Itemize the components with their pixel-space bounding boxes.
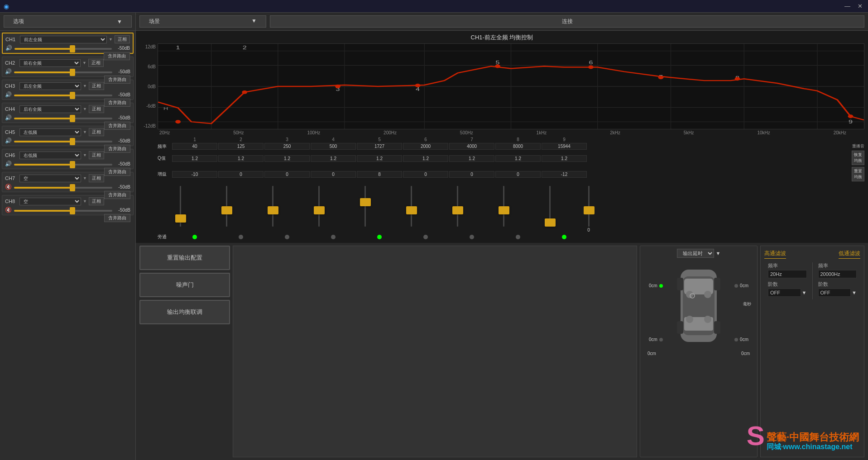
channel-item-ch1[interactable]: CH1 前左全频 ▼ 正相 🔊 -50dB 含并路由 (2, 33, 134, 54)
options-button[interactable]: 选项 ▼ (4, 15, 132, 28)
fader-thumb-5[interactable] (406, 206, 417, 214)
ch-volume-slider[interactable] (14, 118, 112, 119)
fader-thumb-0[interactable] (175, 214, 186, 223)
phase-button[interactable]: 正相 (89, 174, 104, 182)
ch-volume-slider[interactable] (14, 210, 112, 212)
ch-source-select[interactable]: 空 (19, 175, 81, 182)
fader-thumb-2[interactable] (268, 206, 278, 214)
route-button[interactable]: 含并路由 (104, 145, 130, 153)
ch-source-select[interactable]: 前左全频 (20, 36, 107, 43)
speaker-icon[interactable]: 🔇 (5, 184, 12, 190)
route-button[interactable]: 含并路由 (104, 52, 130, 60)
q-row-cell-3[interactable]: 1.2 (311, 155, 356, 162)
bypass-dot-8[interactable] (542, 235, 587, 239)
bypass-dot-6[interactable] (449, 235, 494, 239)
phase-button[interactable]: 正相 (89, 82, 104, 90)
close-button[interactable]: ✕ (856, 3, 864, 9)
q-row-cell-0[interactable]: 1.2 (172, 155, 217, 162)
freq-row-cell-6[interactable]: 4000 (449, 143, 494, 150)
bypass-dot-2[interactable] (264, 235, 310, 239)
freq-row-cell-1[interactable]: 125 (218, 143, 264, 150)
freq-row-cell-8[interactable]: 15944 (542, 143, 587, 150)
route-button[interactable]: 含并路由 (104, 214, 130, 222)
q-row-cell-7[interactable]: 1.2 (495, 155, 541, 162)
gain-row-cell-2[interactable]: 0 (264, 171, 310, 178)
phase-button[interactable]: 正相 (88, 59, 104, 67)
highpass-order-input[interactable] (768, 289, 801, 297)
ch-source-select[interactable]: 后左全频 (19, 82, 81, 90)
restore-eq-button[interactable]: 恢复 均衡 (852, 151, 864, 165)
reset-eq-button[interactable]: 重置 均衡 (852, 167, 864, 181)
q-row-cell-2[interactable]: 1.2 (264, 155, 310, 162)
noise-gate-button[interactable]: 噪声门 (139, 273, 230, 297)
ch-volume-slider[interactable] (14, 141, 112, 142)
phase-button[interactable]: 正相 (89, 128, 104, 136)
bypass-dot-5[interactable] (403, 235, 448, 239)
ch-volume-slider[interactable] (14, 48, 112, 50)
ch-volume-slider[interactable] (14, 95, 112, 96)
speaker-icon[interactable]: 🔊 (5, 68, 12, 75)
gain-row-cell-8[interactable]: -12 (542, 171, 587, 178)
gain-row-cell-6[interactable]: 0 (449, 171, 494, 178)
fader-thumb-1[interactable] (221, 206, 232, 214)
route-button[interactable]: 含并路由 (104, 168, 130, 176)
bypass-dot-7[interactable] (495, 235, 541, 239)
fader-thumb-8[interactable] (545, 218, 556, 227)
ch-source-select[interactable]: 后右全频 (19, 105, 81, 113)
q-row-cell-8[interactable]: 1.2 (542, 155, 587, 162)
q-row-cell-1[interactable]: 1.2 (218, 155, 264, 162)
speaker-icon[interactable]: 🔊 (5, 45, 13, 51)
gain-row-cell-5[interactable]: 0 (403, 171, 448, 178)
ch-source-select[interactable]: 左低频 (19, 128, 81, 136)
q-row-cell-4[interactable]: 1.2 (357, 155, 402, 162)
q-row-cell-6[interactable]: 1.2 (449, 155, 494, 162)
minimize-button[interactable]: — (843, 3, 852, 9)
ch-source-select[interactable]: 空 (19, 198, 81, 205)
fader-thumb-7[interactable] (499, 206, 509, 214)
freq-row-cell-5[interactable]: 2000 (403, 143, 448, 150)
route-button[interactable]: 含并路由 (104, 191, 130, 199)
fader-thumb-6[interactable] (452, 206, 463, 214)
master-fader-thumb[interactable] (584, 206, 595, 214)
phase-button[interactable]: 正相 (89, 151, 104, 159)
gain-row-cell-3[interactable]: 0 (311, 171, 356, 178)
highpass-freq-input[interactable] (768, 270, 807, 278)
route-button[interactable]: 含并路由 (104, 76, 130, 84)
ch-volume-slider[interactable] (14, 187, 112, 189)
speaker-icon[interactable]: 🔊 (5, 161, 12, 167)
phase-button[interactable]: 正相 (115, 35, 130, 43)
speaker-icon[interactable]: 🔊 (5, 114, 12, 121)
phase-button[interactable]: 正相 (89, 105, 104, 113)
lowpass-freq-input[interactable] (818, 270, 857, 278)
ch-volume-slider[interactable] (14, 71, 112, 73)
route-button[interactable]: 含并路由 (104, 99, 130, 107)
eq-link-button[interactable]: 输出均衡联调 (139, 300, 230, 324)
delay-select[interactable]: 输出延时 (677, 249, 714, 258)
speaker-icon[interactable]: 🔇 (5, 207, 12, 213)
speaker-icon[interactable]: 🔊 (5, 91, 12, 98)
freq-row-cell-2[interactable]: 250 (264, 143, 310, 150)
fader-thumb-3[interactable] (314, 206, 325, 214)
freq-row-cell-3[interactable]: 500 (311, 143, 356, 150)
ch-source-select[interactable]: 右低频 (19, 152, 81, 159)
reset-output-button[interactable]: 重置输出配置 (139, 246, 230, 270)
freq-row-cell-0[interactable]: 40 (172, 143, 217, 150)
lowpass-order-input[interactable] (818, 289, 851, 297)
freq-row-cell-7[interactable]: 8000 (495, 143, 541, 150)
gain-row-cell-0[interactable]: -10 (172, 171, 217, 178)
bypass-dot-0[interactable] (172, 235, 217, 239)
phase-button[interactable]: 正相 (89, 197, 104, 205)
route-button[interactable]: 含并路由 (104, 122, 130, 130)
gain-row-cell-1[interactable]: 0 (218, 171, 264, 178)
ch-source-select[interactable]: 前右全频 (19, 59, 81, 67)
scene-button[interactable]: 场景 ▼ (139, 15, 266, 28)
bypass-dot-1[interactable] (218, 235, 264, 239)
gain-row-cell-4[interactable]: 8 (357, 171, 402, 178)
q-row-cell-5[interactable]: 1.2 (403, 155, 448, 162)
fader-thumb-4[interactable] (360, 198, 371, 206)
connect-button[interactable]: 连接 (270, 15, 864, 28)
ch-volume-slider[interactable] (14, 164, 112, 166)
bypass-dot-4[interactable] (357, 235, 402, 239)
freq-row-cell-4[interactable]: 1727 (357, 143, 402, 150)
gain-row-cell-7[interactable]: 0 (495, 171, 541, 178)
